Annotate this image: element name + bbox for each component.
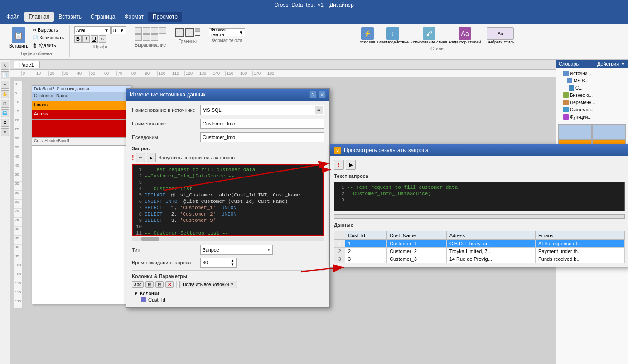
- build-query-btn[interactable]: Запустить построитель запросов: [159, 155, 235, 160]
- results-title: Просмотреть результаты запроса: [344, 147, 429, 153]
- results-body: ! ▶ Текст запроса 1 -- Test request to f…: [330, 156, 628, 267]
- name-row: Наименование Customer_Info: [132, 119, 324, 129]
- get-all-cols-btn[interactable]: Получить все колонки ▼: [179, 281, 237, 288]
- col-separator: [176, 281, 177, 288]
- col-duplicate-btn[interactable]: ⊞: [145, 281, 154, 288]
- dialog-close-button[interactable]: ✕: [319, 91, 326, 98]
- row-3-num: 3: [334, 255, 345, 263]
- col-header-custid: Cust_Id: [345, 231, 387, 240]
- columns-section: Колонки & Параметры abc ⊞ ⊟ ✕ Получить в…: [132, 270, 324, 303]
- col-expand-icon[interactable]: ▼: [134, 291, 138, 296]
- row-1-adress: C.B.D. Library, an...: [446, 240, 535, 248]
- row-2-name: Customer_2: [386, 248, 446, 255]
- scrollbar-thumb: [141, 237, 159, 241]
- columns-tree: ▼ Колонки Cust_Id: [132, 290, 324, 303]
- row-3-name: Customer_3: [386, 255, 446, 263]
- columns-section-label: Колонки & Параметры: [132, 273, 324, 279]
- timeout-spinner[interactable]: ▲ ▼: [231, 259, 234, 267]
- data-row-2[interactable]: 2 2 Customer_2 Troyka Limited, 7... Paym…: [334, 248, 625, 255]
- dialog-title-buttons: ? ✕: [309, 91, 326, 98]
- row-2-finans: Payment under th...: [536, 248, 625, 255]
- query-editor[interactable]: 1 -- Test request to fill customer data …: [132, 164, 324, 236]
- timeout-down[interactable]: ▼: [231, 263, 234, 267]
- alias-row: Псевдоним Customer_Info: [132, 132, 324, 142]
- name-in-source-label: Наименование в источнике: [132, 107, 198, 113]
- type-arrow: ▼: [267, 248, 271, 252]
- result-data-table: Cust_Id Cust_Name Adress Finans 1 1 Cust…: [334, 231, 625, 263]
- alias-input[interactable]: Customer_Info: [200, 132, 324, 142]
- name-input[interactable]: Customer_Info: [200, 119, 324, 129]
- dialog-body: Наименование в источнике MS SQL ✏ Наимен…: [126, 101, 329, 307]
- col-header-custname: Cust_Name: [386, 231, 446, 240]
- row-2-num: 2: [334, 248, 345, 255]
- get-all-cols-arrow: ▼: [230, 283, 234, 287]
- alias-label: Псевдоним: [132, 134, 198, 140]
- query-text-label: Текст запроса: [334, 172, 625, 180]
- tree-col-label: ▼ Колонки: [132, 290, 324, 297]
- query-edit-btn[interactable]: ✏: [136, 153, 145, 162]
- col-header-adress: Adress: [446, 231, 535, 240]
- dialog-help-button[interactable]: ?: [309, 91, 317, 98]
- timeout-row: Время ожидания запроса 30 ▲ ▼: [132, 258, 324, 268]
- query-section-label: Запрос: [132, 146, 324, 151]
- row-3-finans: Funds received b...: [536, 255, 625, 263]
- timeout-value: 30: [203, 260, 208, 265]
- tree-col-cust-id[interactable]: Cust_Id: [132, 297, 324, 303]
- dialog-title-bar: Изменение источника данных ? ✕: [126, 89, 329, 101]
- col-delete-btn[interactable]: ✕: [165, 281, 174, 288]
- name-in-source-row: Наименование в источнике MS SQL ✏: [132, 105, 324, 115]
- query-toolbar: ! ✏ ▶ Запустить построитель запросов: [132, 153, 324, 162]
- col-header-rownum: [334, 231, 345, 240]
- row-3-id: 3: [345, 255, 387, 263]
- row-1-name: Customer_1: [386, 240, 446, 248]
- data-row-1[interactable]: 1 1 Customer_1 C.B.D. Library, an... At …: [334, 240, 625, 248]
- columns-tree-label: Колонки: [140, 291, 159, 296]
- row-3-adress: 14 Rue de Provig...: [446, 255, 535, 263]
- result-run-btn[interactable]: ▶: [346, 160, 356, 170]
- result-query-box: 1 -- Test request to fill customer data …: [334, 182, 625, 211]
- col-header-finans: Finans: [536, 231, 625, 240]
- timeout-label: Время ожидания запроса: [132, 260, 198, 265]
- results-toolbar: ! ▶: [334, 160, 625, 170]
- dialog-title: Изменение источника данных: [130, 91, 206, 98]
- timeout-input[interactable]: 30 ▲ ▼: [200, 258, 237, 268]
- query-scrollbar-h[interactable]: [132, 237, 324, 241]
- query-run-btn[interactable]: ▶: [147, 153, 156, 162]
- data-row-3[interactable]: 3 3 Customer_3 14 Rue de Provig... Funds…: [334, 255, 625, 263]
- alias-value: Customer_Info: [203, 134, 235, 140]
- timeout-up[interactable]: ▲: [231, 259, 234, 263]
- name-in-source-edit-btn[interactable]: ✏: [315, 106, 323, 114]
- get-all-cols-label: Получить все колонки: [183, 282, 229, 287]
- data-section-label: Данные: [334, 221, 625, 229]
- row-2-adress: Troyka Limited, 7...: [446, 248, 535, 255]
- columns-toolbar: abc ⊞ ⊟ ✕ Получить все колонки ▼: [132, 281, 324, 288]
- cust-id-label: Cust_Id: [148, 297, 165, 302]
- row-1-num: 1: [334, 240, 345, 248]
- row-1-id: 1: [345, 240, 387, 248]
- data-source-dialog: Изменение источника данных ? ✕ Наименова…: [126, 88, 330, 308]
- name-in-source-input[interactable]: MS SQL ✏: [200, 105, 324, 115]
- results-logo: S: [334, 147, 341, 154]
- query-warning-icon: !: [132, 154, 134, 161]
- result-warning-btn[interactable]: !: [334, 160, 344, 170]
- row-1-finans: At the expense of...: [536, 240, 625, 248]
- results-dialog: S Просмотреть результаты запроса ! ▶ Тек…: [330, 144, 628, 267]
- type-label: Тип: [132, 247, 198, 253]
- col-param-btn[interactable]: ⊟: [155, 281, 164, 288]
- type-select[interactable]: Запрос ▼: [200, 245, 273, 255]
- cust-id-icon: [141, 297, 146, 302]
- row-2-id: 2: [345, 248, 387, 255]
- name-in-source-value: MS SQL: [203, 107, 222, 113]
- col-add-btn[interactable]: abc: [132, 281, 144, 288]
- type-row: Тип Запрос ▼: [132, 245, 324, 255]
- type-value: Запрос: [203, 247, 219, 253]
- result-query-scrollbar[interactable]: [334, 214, 625, 219]
- name-value: Customer_Info: [203, 121, 235, 126]
- results-title-bar: S Просмотреть результаты запроса: [330, 144, 628, 156]
- name-label: Наименование: [132, 121, 198, 126]
- modal-overlay: Изменение источника данных ? ✕ Наименова…: [0, 0, 628, 364]
